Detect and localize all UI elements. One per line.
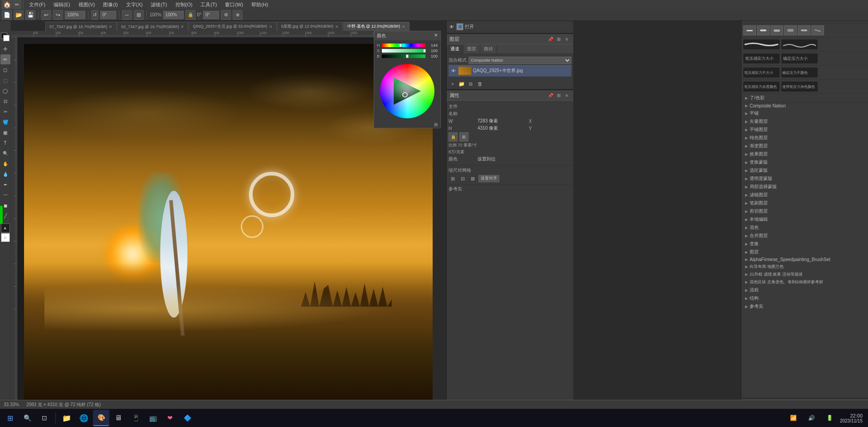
tool-crop[interactable]: ✂ (0, 107, 10, 116)
windows-start-btn[interactable]: ⊞ (2, 410, 18, 426)
grid-btn3[interactable]: ⊠ (468, 175, 477, 183)
tool-zoom[interactable]: 🔍 (0, 148, 10, 158)
tray-network-btn[interactable]: 📶 (785, 410, 802, 426)
ch-pin-btn[interactable]: 📌 (547, 35, 554, 43)
taskbar-more-btn[interactable]: 🔷 (179, 410, 195, 426)
grid-btn1[interactable]: ⊞ (449, 175, 457, 183)
tab-0[interactable]: 57_7547.jpg @ 16.7%(RGB/8#) ✕ (45, 22, 117, 31)
menu-image[interactable]: 图像(I) (99, 0, 121, 9)
bp-1[interactable] (743, 25, 756, 35)
menu-control[interactable]: 控制(O) (172, 0, 196, 9)
tool-transform[interactable]: ⊡ (0, 96, 10, 106)
taskbar-media-btn[interactable]: 📺 (145, 410, 161, 426)
cat-col4[interactable]: ▶ 渐变图层 (741, 142, 868, 150)
settings-btn[interactable]: ⚙ (221, 10, 231, 20)
layer-composite[interactable]: 👁 QAQQ_2925+半世界.jpg (449, 65, 571, 77)
layer-new-btn[interactable]: + (449, 80, 457, 88)
vis-icon-comp[interactable]: 👁 (450, 68, 457, 73)
bp-6[interactable] (811, 25, 824, 35)
zoom-input[interactable] (65, 11, 85, 19)
tab-layers[interactable]: 图层 (463, 44, 480, 53)
mirror-btn[interactable]: ↔ (122, 10, 132, 20)
rotate-btn[interactable]: ↺ (91, 10, 98, 20)
tab-channels[interactable]: 通道 (447, 44, 463, 53)
tool-text[interactable]: T (0, 138, 10, 148)
prop-icon-btn1[interactable]: 🔒 (449, 132, 458, 141)
menu-file[interactable]: 文件(F) (25, 0, 49, 9)
tool-select-ellipse[interactable]: ◯ (0, 86, 10, 96)
canvas-area[interactable] (17, 37, 433, 409)
prop-icon-btn2[interactable]: ⊞ (459, 132, 468, 141)
bp-5[interactable] (798, 25, 810, 35)
home-btn[interactable]: 🏠 (2, 0, 12, 10)
tray-sound-btn[interactable]: 🔊 (804, 410, 820, 426)
quick-btn[interactable]: ✏ (13, 0, 21, 10)
taskbar-mobile-btn[interactable]: 📱 (127, 410, 144, 426)
color-panel-close[interactable]: ✕ (434, 33, 438, 39)
menu-text[interactable]: 文字(X) (122, 0, 146, 9)
layer-group-btn[interactable]: 📁 (458, 80, 466, 88)
layer-item-2[interactable]: 👁 🔵 打开 (447, 22, 573, 32)
cat-struct[interactable]: ▶ 结构 (741, 294, 868, 302)
tab-2[interactable]: QINQ_2925+生活.jpg @ 33.6%(RGB/8#) ✕ (189, 22, 276, 31)
tool-brush[interactable]: ✏ (0, 54, 10, 64)
cat-col7[interactable]: ▶ 选区蒙版 (741, 166, 868, 175)
hue-thumb[interactable] (399, 44, 402, 47)
cat-long1[interactable]: ▶ 21升精 成绩 效果 活动等描述 (741, 271, 868, 278)
taskbar-browser-btn[interactable]: 🌐 (76, 410, 92, 426)
ch-menu-btn[interactable]: ≡ (563, 35, 571, 43)
cat-color3[interactable]: ▶ 纯色图层 (741, 134, 868, 142)
taskbar-search-btn[interactable]: 🔍 (19, 410, 35, 426)
tab-3[interactable]: 5星图.jpg @ 12.5%(RGB/8#) ✕ (277, 22, 343, 31)
menu-window[interactable]: 窗口(W) (221, 0, 247, 9)
taskbar-krita-btn[interactable]: 🎨 (93, 410, 109, 426)
bright-track[interactable] (382, 54, 425, 58)
taskbar-view-btn[interactable]: ⊡ (36, 410, 53, 426)
cat-col5[interactable]: ▶ 效果图层 (741, 150, 868, 158)
open-btn[interactable]: 📂 (14, 10, 24, 20)
scale-align-btn[interactable]: 设置对齐 (478, 175, 499, 182)
prop-float-btn[interactable]: ⊞ (555, 92, 562, 99)
cat-guide[interactable]: ▶ 向导布局 地图兰色 (741, 263, 868, 271)
prop-pin-btn[interactable]: 📌 (547, 92, 554, 99)
hue-track[interactable] (382, 44, 425, 47)
blend-select[interactable]: Composite Nation (468, 57, 571, 64)
cat-color2[interactable]: ▶ 平铺图层 (741, 126, 868, 134)
menu-tools[interactable]: 工具(T) (197, 0, 220, 9)
rotation2-input[interactable] (203, 11, 219, 19)
tool-move[interactable]: ✛ (0, 44, 10, 54)
tab-1[interactable]: 02_7347.jpg @ 16.7%(RGB/8#) ✕ (117, 22, 188, 31)
channels-header[interactable]: 图层 📌 ⊞ ≡ (447, 34, 573, 44)
cat-col17[interactable]: ▶ 图层 (741, 248, 868, 256)
taskbar-monitor-btn[interactable]: 🖥 (110, 410, 127, 426)
layer-del-btn[interactable]: 🗑 (476, 80, 484, 88)
tab-paths[interactable]: 路径 (480, 44, 497, 53)
lock-btn[interactable]: 🔒 (185, 10, 195, 20)
cat-col11[interactable]: ▶ 笔刷图层 (741, 199, 868, 207)
bright-thumb[interactable] (406, 54, 409, 58)
cat-col8[interactable]: ▶ 透明度蒙版 (741, 175, 868, 183)
cat-blend[interactable]: ▶ 平铺 (741, 109, 868, 117)
tool-freehand[interactable]: 〰 (0, 190, 10, 200)
cat-col9[interactable]: ▶ 局部选择蒙版 (741, 183, 868, 191)
tool-gradient[interactable]: ▦ (0, 127, 10, 137)
color-item-row[interactable]: ▶ 了/色彩 (741, 94, 868, 102)
cat-col15[interactable]: ▶ 合并图层 (741, 232, 868, 240)
menu-help[interactable]: 帮助(H) (248, 0, 272, 9)
menu-edit[interactable]: 编辑(E) (50, 0, 74, 9)
color-panel-footer[interactable]: ⊞ (374, 121, 440, 128)
tool-fill[interactable]: 🪣 (0, 117, 10, 127)
taskbar-explorer-btn[interactable]: 📁 (59, 410, 75, 426)
cat-col10[interactable]: ▶ 滤镜图层 (741, 191, 868, 199)
menu-view[interactable]: 视图(V) (75, 0, 99, 9)
popup-btn[interactable]: ⊕ (233, 10, 243, 20)
cat-long2[interactable]: ▶ 混色区块 左角变色、有利GIB测评参考材 (741, 278, 868, 286)
cat-flow[interactable]: ▶ 流程 (741, 286, 868, 294)
tool-eraser[interactable]: ◻ (0, 65, 10, 75)
color-expand-btn[interactable]: ⊞ (434, 122, 438, 127)
redo-btn[interactable]: ↪ (53, 10, 63, 20)
tool-pen[interactable]: ✒ (0, 180, 10, 189)
properties-header[interactable]: 属性 📌 ⊞ ≡ (447, 90, 573, 101)
color-panel-header[interactable]: 颜色 ✕ (374, 31, 440, 40)
rotation-input[interactable] (100, 11, 116, 19)
